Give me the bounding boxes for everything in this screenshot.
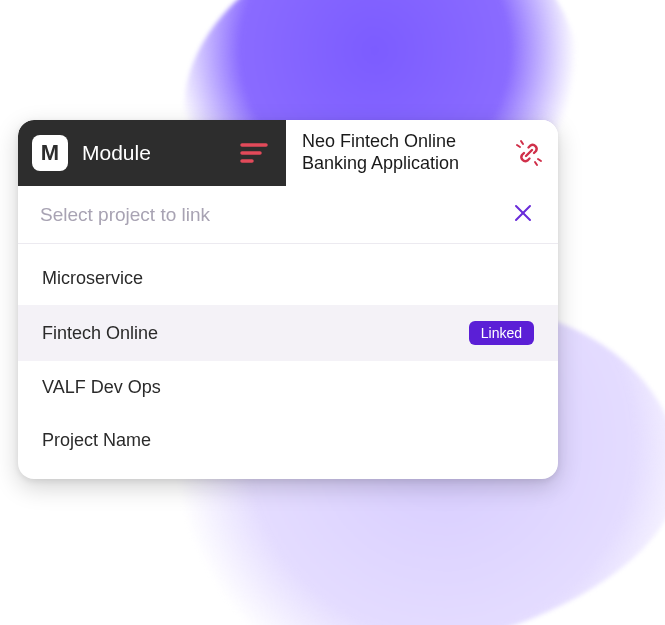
svg-line-5	[538, 159, 541, 161]
project-row[interactable]: Fintech OnlineLinked	[18, 305, 558, 361]
svg-line-6	[535, 162, 537, 165]
project-row[interactable]: Project Name	[18, 414, 558, 467]
project-title: Neo Fintech Online Banking Application	[302, 131, 504, 174]
module-chip: M Module	[18, 120, 286, 186]
close-icon[interactable]	[510, 200, 536, 229]
search-row	[18, 186, 558, 244]
module-logo: M	[32, 135, 68, 171]
project-row-name: Project Name	[42, 430, 151, 451]
project-row-name: VALF Dev Ops	[42, 377, 161, 398]
svg-line-4	[521, 141, 523, 144]
svg-line-3	[517, 145, 520, 147]
project-row-name: Microservice	[42, 268, 143, 289]
project-list: MicroserviceFintech OnlineLinkedVALF Dev…	[18, 244, 558, 479]
sort-lines-icon[interactable]	[240, 142, 268, 164]
header-project: Neo Fintech Online Banking Application	[286, 120, 558, 186]
linked-badge: Linked	[469, 321, 534, 345]
panel-header: M Module Neo Fintech Online Banking Appl…	[18, 120, 558, 186]
project-row-name: Fintech Online	[42, 323, 158, 344]
link-project-panel: M Module Neo Fintech Online Banking Appl…	[18, 120, 558, 479]
unlink-icon[interactable]	[514, 138, 544, 168]
module-label: Module	[82, 141, 226, 165]
project-row[interactable]: Microservice	[18, 252, 558, 305]
project-row[interactable]: VALF Dev Ops	[18, 361, 558, 414]
module-logo-letter: M	[41, 140, 59, 166]
project-search-input[interactable]	[40, 204, 500, 226]
